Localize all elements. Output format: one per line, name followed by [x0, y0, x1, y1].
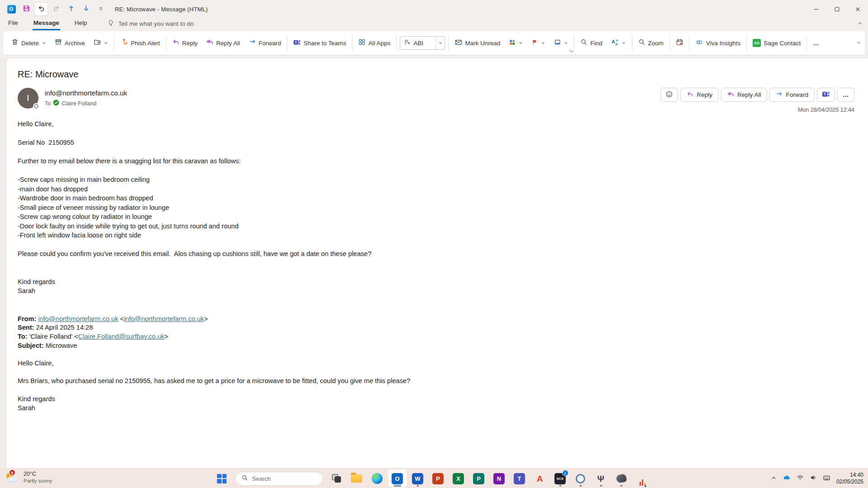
categorize-button[interactable] — [506, 37, 526, 50]
undo-button[interactable] — [34, 2, 48, 16]
ribbon-more-button[interactable]: … — [810, 38, 822, 49]
taskbar-onenote[interactable]: N — [489, 469, 508, 488]
taskbar-excel[interactable]: X — [449, 469, 468, 488]
menu-bar: File Message Help Tell me what you want … — [0, 18, 868, 30]
reply-all-button[interactable]: Reply All — [204, 36, 243, 50]
body-line: Mrs Briars, who purchased serial no 2150… — [18, 377, 854, 386]
received-timestamp: Mon 28/04/2025 12:44 — [660, 107, 854, 113]
reply-all-label: Reply All — [216, 40, 240, 47]
tell-me-box[interactable]: Tell me what you want to do — [107, 19, 194, 30]
hidden-icons-chevron-icon[interactable] — [771, 474, 777, 483]
body-line: Sarah — [18, 286, 854, 296]
body-line — [18, 166, 854, 175]
weather-widget[interactable]: 5 20°C Partly sunny — [5, 470, 52, 485]
follow-up-button[interactable] — [529, 37, 548, 50]
forward-icon — [249, 38, 256, 47]
taskbar-clock[interactable]: 14:40 02/05/2025 — [836, 472, 863, 485]
from-link[interactable]: info@northmortefarm.co.uk — [38, 315, 118, 322]
message-panel: RE: Microwave I info@northmortefarm.co.u… — [6, 58, 868, 468]
archive-button[interactable]: Archive — [52, 36, 88, 50]
svg-text:a: a — [615, 41, 617, 46]
find-button[interactable]: Find — [578, 36, 605, 50]
customize-qat-button[interactable] — [94, 2, 108, 16]
sage-contact-label: Sage Contact — [764, 40, 801, 47]
taskbar-search[interactable] — [235, 472, 323, 486]
from-end: > — [204, 315, 208, 322]
reply-button[interactable]: Reply — [170, 36, 201, 50]
sage-contact-button[interactable]: AA Sage Contact — [750, 37, 803, 49]
onedrive-cloud-icon[interactable] — [783, 474, 791, 483]
taskbar-powerpoint[interactable]: P — [428, 469, 447, 488]
collapse-ribbon-icon[interactable] — [856, 39, 861, 47]
viva-insights-button[interactable]: Viva Insights — [693, 36, 743, 50]
redo-button[interactable] — [49, 2, 63, 16]
sage-contact-icon: AA — [753, 39, 761, 47]
ribbon-separator — [632, 35, 632, 51]
start-button[interactable] — [212, 469, 231, 488]
chevron-up-icon[interactable] — [858, 19, 863, 28]
phish-alert-button[interactable]: Phish Alert — [118, 36, 163, 50]
from-link-2[interactable]: info@northmortefarm.co.uk — [124, 315, 204, 322]
forward-action-button[interactable]: Forward — [769, 88, 815, 102]
share-to-teams-action-button[interactable]: T — [817, 88, 835, 102]
mark-unread-button[interactable]: Mark Unread — [452, 36, 503, 50]
tab-message[interactable]: Message — [33, 19, 60, 30]
weather-temp: 20°C — [24, 471, 52, 478]
taskbar-app-a[interactable]: A — [530, 469, 549, 488]
volume-icon[interactable] — [810, 474, 817, 483]
wifi-icon[interactable] — [797, 474, 804, 483]
touch-keyboard-icon[interactable] — [823, 474, 830, 483]
close-button[interactable] — [847, 0, 868, 18]
taskbar-teams[interactable]: T — [510, 469, 529, 488]
taskbar-dark-app[interactable] — [612, 469, 631, 488]
all-apps-button[interactable]: All Apps — [356, 36, 393, 50]
word-icon: W — [412, 473, 423, 484]
reactions-button[interactable] — [660, 88, 678, 102]
move-button[interactable] — [91, 36, 111, 50]
recipient-name[interactable]: Claire Folland — [62, 100, 96, 107]
outlook-app-button[interactable]: O — [5, 2, 18, 16]
quick-steps-combo[interactable]: ABI — [400, 36, 445, 50]
reply-all-action-button[interactable]: Reply All — [721, 88, 768, 102]
sender-avatar[interactable]: I — [18, 88, 38, 109]
search-input[interactable] — [252, 475, 311, 482]
taskbar-edge[interactable] — [367, 469, 386, 488]
calendar-tool-button[interactable] — [673, 36, 686, 50]
reply-action-button[interactable]: Reply — [680, 88, 719, 102]
combo-dropdown-button[interactable] — [436, 37, 445, 49]
tab-help[interactable]: Help — [74, 19, 88, 30]
taskbar-word[interactable]: W — [408, 469, 427, 488]
ribbon-separator — [746, 35, 747, 51]
taskbar-person-app[interactable]: Ψ — [591, 469, 610, 488]
quoted-to-end: > — [164, 333, 168, 340]
share-to-teams-button[interactable]: T Share to Teams — [290, 36, 349, 50]
maximize-button[interactable] — [826, 0, 847, 18]
next-item-button[interactable] — [79, 2, 93, 16]
sender-email[interactable]: info@northmortefarm.co.uk — [45, 89, 127, 97]
body-line — [18, 240, 854, 250]
translate-button[interactable]: Aa — [608, 36, 629, 50]
quoted-to-link[interactable]: Claire.Folland@surfbay.co.uk — [78, 333, 165, 340]
taskbar-3cx[interactable]: 3CX1 — [550, 469, 569, 488]
assign-policy-button[interactable] — [551, 37, 571, 50]
categorize-icon — [509, 39, 516, 47]
minimize-button[interactable] — [806, 0, 826, 18]
system-tray: 14:40 02/05/2025 — [771, 469, 863, 488]
dialog-launcher-icon[interactable] — [569, 46, 574, 54]
tags-group: Mark Unread — [452, 36, 571, 50]
taskbar-file-explorer[interactable] — [347, 469, 366, 488]
zoom-button[interactable]: Zoom — [636, 36, 667, 50]
save-button[interactable] — [19, 2, 33, 16]
more-actions-button[interactable]: … — [837, 88, 854, 102]
taskbar-outlook[interactable]: O — [388, 469, 407, 488]
forward-button[interactable]: Forward — [246, 36, 284, 50]
tab-file[interactable]: File — [7, 19, 19, 30]
taskbar-task-view[interactable] — [327, 469, 346, 488]
running-indicator — [600, 485, 602, 487]
taskbar-ring-app[interactable] — [571, 469, 590, 488]
taskbar-publisher[interactable]: P — [469, 469, 488, 488]
apps-grid-icon — [358, 38, 365, 47]
previous-item-button[interactable] — [64, 2, 78, 16]
calendar-icon — [676, 38, 683, 48]
delete-button[interactable]: Delete — [9, 36, 49, 50]
